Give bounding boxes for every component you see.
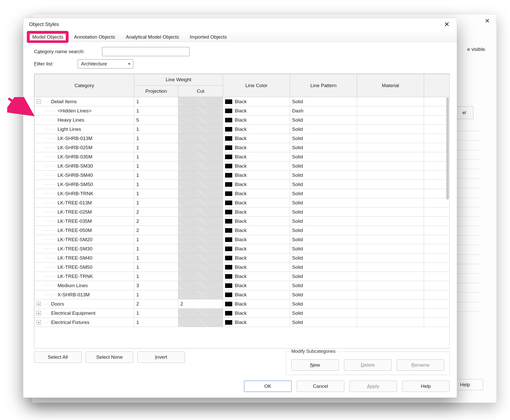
category-cell[interactable]: −····Detail Items: [35, 97, 134, 106]
line-color-cell[interactable]: Black: [223, 290, 290, 299]
category-cell[interactable]: +····Doors: [35, 299, 134, 309]
material-cell[interactable]: [357, 235, 424, 244]
cut-cell[interactable]: [178, 115, 223, 125]
cut-cell[interactable]: [178, 161, 223, 171]
material-cell[interactable]: [357, 97, 424, 106]
line-color-cell[interactable]: Black: [223, 171, 290, 180]
material-cell[interactable]: [357, 152, 424, 161]
category-cell[interactable]: ·········Medium Lines: [35, 281, 134, 290]
cut-cell[interactable]: [178, 207, 223, 217]
line-pattern-cell[interactable]: Solid: [290, 235, 357, 244]
table-row[interactable]: ·········X-SHRB-013M1BlackSolid: [35, 290, 450, 299]
line-pattern-cell[interactable]: Solid: [290, 217, 357, 226]
line-color-cell[interactable]: Black: [223, 299, 290, 309]
projection-cell[interactable]: 1: [134, 125, 178, 134]
cut-cell[interactable]: [178, 106, 223, 115]
material-cell[interactable]: [357, 106, 424, 115]
material-cell[interactable]: [357, 244, 424, 253]
category-cell[interactable]: ·········LK-TREE-025M: [35, 207, 134, 217]
line-pattern-cell[interactable]: Solid: [290, 152, 357, 161]
line-color-cell[interactable]: Black: [223, 207, 290, 217]
line-pattern-cell[interactable]: Solid: [290, 189, 357, 198]
category-cell[interactable]: ·········LK-TREE-TRNK: [35, 272, 134, 281]
category-cell[interactable]: ·········Heavy Lines: [35, 115, 134, 125]
cut-cell[interactable]: [178, 152, 223, 161]
projection-cell[interactable]: 1: [134, 180, 178, 189]
cut-cell[interactable]: [178, 309, 223, 318]
line-color-cell[interactable]: Black: [223, 217, 290, 226]
tab-imported-objects[interactable]: Imported Objects: [185, 32, 231, 42]
category-cell[interactable]: ·········LK-TREE-SM40: [35, 253, 134, 263]
line-pattern-cell[interactable]: Solid: [290, 244, 357, 253]
table-row[interactable]: ·········LK-SHRB-025M1BlackSolid: [35, 143, 450, 152]
category-cell[interactable]: ·········LK-TREE-SM30: [35, 244, 134, 253]
projection-cell[interactable]: 1: [134, 309, 178, 318]
projection-cell[interactable]: 5: [134, 115, 178, 125]
invert-button[interactable]: Invert: [137, 352, 185, 363]
material-cell[interactable]: [357, 161, 424, 171]
line-color-cell[interactable]: Black: [223, 235, 290, 244]
line-color-cell[interactable]: Black: [223, 152, 290, 161]
cut-cell[interactable]: [178, 134, 223, 143]
line-pattern-cell[interactable]: Solid: [290, 299, 357, 309]
projection-cell[interactable]: 1: [134, 318, 178, 327]
line-pattern-cell[interactable]: Solid: [290, 263, 357, 272]
cut-cell[interactable]: [178, 318, 223, 327]
category-cell[interactable]: ·········LK-TREE-050M: [35, 226, 134, 235]
table-row[interactable]: ·········LK-TREE-050M2BlackSolid: [35, 226, 450, 235]
line-color-cell[interactable]: Black: [223, 161, 290, 171]
collapse-icon[interactable]: −: [37, 99, 41, 104]
header-line-color[interactable]: Line Color: [223, 74, 290, 97]
cut-cell[interactable]: [178, 180, 223, 189]
line-color-cell[interactable]: Black: [223, 134, 290, 143]
cut-cell[interactable]: [178, 244, 223, 253]
category-cell[interactable]: ·········LK-TREE-013M: [35, 198, 134, 207]
header-category[interactable]: Category: [35, 74, 134, 97]
expand-icon[interactable]: +: [37, 302, 41, 306]
category-cell[interactable]: ·········LK-SHRB-SM30: [35, 161, 134, 171]
table-row[interactable]: ·········LK-TREE-SM501BlackSolid: [35, 263, 450, 272]
line-color-cell[interactable]: Black: [223, 180, 290, 189]
line-pattern-cell[interactable]: Solid: [290, 290, 357, 299]
line-pattern-cell[interactable]: Solid: [290, 97, 357, 106]
projection-cell[interactable]: 1: [134, 235, 178, 244]
projection-cell[interactable]: 1: [134, 272, 178, 281]
category-cell[interactable]: ·········LK-SHRB-013M: [35, 134, 134, 143]
line-pattern-cell[interactable]: Dash: [290, 106, 357, 115]
select-all-button[interactable]: Select All: [34, 352, 82, 363]
line-pattern-cell[interactable]: Solid: [290, 281, 357, 290]
table-row[interactable]: ·········LK-TREE-013M1BlackSolid: [35, 198, 450, 207]
cut-cell[interactable]: [178, 235, 223, 244]
category-cell[interactable]: ·········LK-SHRB-035M: [35, 152, 134, 161]
line-color-cell[interactable]: Black: [223, 198, 290, 207]
category-cell[interactable]: ·········LK-SHRB-SM50: [35, 180, 134, 189]
material-cell[interactable]: [357, 171, 424, 180]
table-row[interactable]: ·········LK-SHRB-035M1BlackSolid: [35, 152, 450, 161]
line-color-cell[interactable]: Black: [223, 106, 290, 115]
category-cell[interactable]: ·········LK-TREE-035M: [35, 217, 134, 226]
table-row[interactable]: ·········LK-TREE-TRNK1BlackSolid: [35, 272, 450, 281]
category-cell[interactable]: ·········<Hidden Lines>: [35, 106, 134, 115]
projection-cell[interactable]: 1: [134, 161, 178, 171]
cut-cell[interactable]: [178, 272, 223, 281]
line-pattern-cell[interactable]: Solid: [290, 115, 357, 125]
cut-cell[interactable]: [178, 125, 223, 134]
material-cell[interactable]: [357, 318, 424, 327]
tab-analytical-model-objects[interactable]: Analytical Model Objects: [121, 32, 183, 42]
table-row[interactable]: ·········LK-TREE-025M2BlackSolid: [35, 207, 450, 217]
line-color-cell[interactable]: Black: [223, 143, 290, 152]
table-row[interactable]: ·········Light Lines1BlackSolid: [35, 125, 450, 134]
table-row[interactable]: ·········LK-TREE-SM401BlackSolid: [35, 253, 450, 263]
category-cell[interactable]: ·········LK-TREE-SM50: [35, 263, 134, 272]
cancel-button[interactable]: Cancel: [297, 381, 344, 392]
cut-cell[interactable]: 2: [178, 299, 223, 309]
projection-cell[interactable]: 1: [134, 106, 178, 115]
projection-cell[interactable]: 1: [134, 198, 178, 207]
expand-icon[interactable]: +: [37, 320, 41, 324]
material-cell[interactable]: [357, 207, 424, 217]
new-button[interactable]: New: [291, 359, 339, 371]
line-pattern-cell[interactable]: Solid: [290, 180, 357, 189]
table-row[interactable]: −····Detail Items1BlackSolid: [35, 97, 450, 106]
cut-cell[interactable]: [178, 253, 223, 263]
cut-cell[interactable]: [178, 217, 223, 226]
